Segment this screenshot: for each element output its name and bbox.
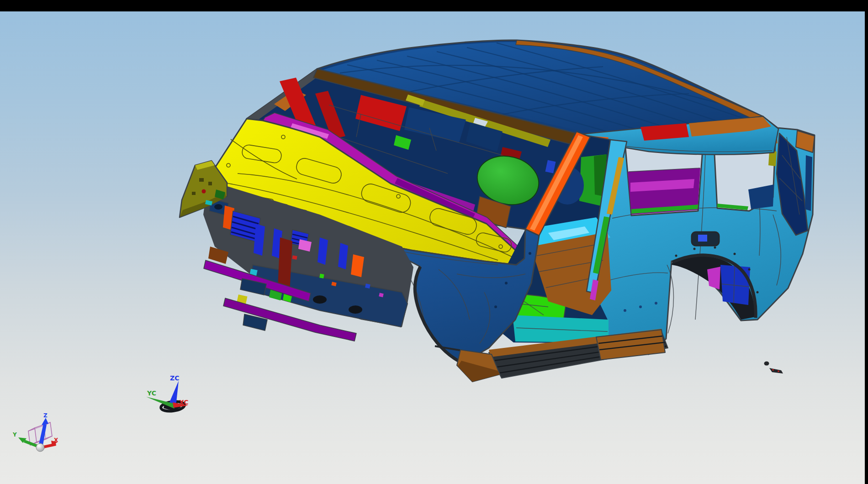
door-handle-blue-glint bbox=[698, 235, 707, 242]
absolute-csys-triad[interactable]: Z Y X bbox=[12, 412, 58, 452]
model-canvas[interactable]: ZC YC XC Z Y X bbox=[0, 11, 868, 484]
wcs-x-label: XC bbox=[179, 399, 189, 406]
graphics-viewport[interactable]: ZC YC XC Z Y X bbox=[0, 11, 865, 484]
headlamp-hole bbox=[214, 204, 222, 210]
blade-red-dot bbox=[202, 189, 206, 194]
rear-door-handle[interactable] bbox=[692, 232, 719, 246]
arch-magenta-sliver bbox=[707, 267, 720, 289]
cad-application-window: ZC YC XC Z Y X bbox=[0, 0, 868, 484]
wcs-z-label: ZC bbox=[170, 374, 179, 382]
car-body-model[interactable] bbox=[180, 40, 815, 382]
window-top-bar bbox=[0, 0, 868, 11]
csys-origin-sphere[interactable] bbox=[36, 443, 44, 452]
fuel-tank-blue-box[interactable] bbox=[720, 265, 750, 305]
beam-hole-2 bbox=[313, 295, 327, 304]
wcs-triad[interactable]: ZC YC XC bbox=[146, 374, 189, 412]
abs-x-label: X bbox=[54, 437, 58, 443]
window-right-edge-bar bbox=[865, 0, 868, 484]
loose-fastener-debris[interactable] bbox=[764, 362, 783, 374]
abs-z-label: Z bbox=[43, 412, 48, 419]
abs-y-label: Y bbox=[12, 431, 17, 438]
beam-hole-3 bbox=[349, 305, 362, 314]
wcs-y-label: YC bbox=[147, 389, 156, 397]
